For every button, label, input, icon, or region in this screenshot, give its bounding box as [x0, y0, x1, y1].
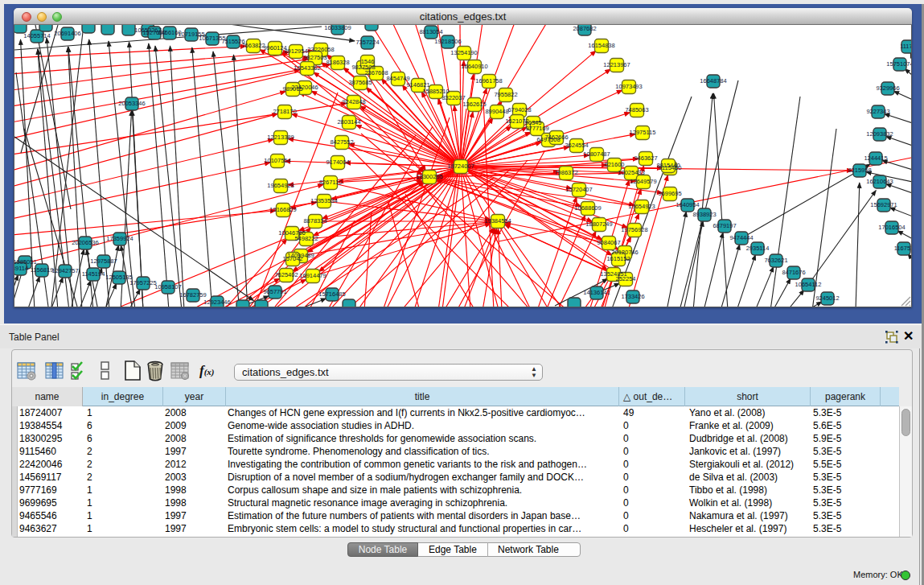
- svg-text:7632621: 7632621: [764, 257, 787, 264]
- svg-text:12093832: 12093832: [866, 130, 893, 138]
- svg-text:8813054: 8813054: [419, 28, 442, 35]
- svg-text:5498222: 5498222: [294, 235, 318, 242]
- svg-text:8427552: 8427552: [330, 138, 353, 146]
- svg-text:9960124: 9960124: [263, 44, 286, 51]
- svg-text:12213389: 12213389: [267, 134, 294, 141]
- svg-text:7462666: 7462666: [544, 134, 568, 141]
- svg-text:7357224: 7357224: [355, 39, 379, 46]
- svg-text:14055714: 14055714: [23, 32, 50, 39]
- svg-text:16648784: 16648784: [700, 77, 726, 84]
- svg-text:11172: 11172: [900, 43, 911, 50]
- svg-text:9474444: 9474444: [729, 234, 753, 241]
- svg-text:15692971: 15692971: [870, 201, 897, 208]
- svg-text:8267110: 8267110: [319, 179, 343, 186]
- svg-text:16914479: 16914479: [299, 272, 326, 279]
- svg-text:12353534: 12353534: [310, 197, 337, 204]
- svg-text:12975887: 12975887: [90, 257, 117, 265]
- svg-text:157042: 157042: [282, 255, 302, 262]
- svg-text:18300295: 18300295: [416, 173, 442, 180]
- svg-text:19654923: 19654923: [628, 203, 655, 210]
- svg-text:13254190: 13254190: [450, 49, 477, 56]
- svg-text:2935114: 2935114: [746, 245, 770, 252]
- svg-text:15751074: 15751074: [886, 60, 911, 68]
- svg-text:16210643: 16210643: [866, 178, 893, 185]
- svg-text:9827503: 9827503: [303, 54, 326, 61]
- svg-text:3875685: 3875685: [348, 79, 372, 86]
- svg-text:8186328: 8186328: [326, 59, 349, 66]
- svg-text:2718170: 2718170: [273, 108, 296, 115]
- svg-text:10958107: 10958107: [154, 283, 181, 290]
- svg-text:7986372: 7986372: [554, 169, 577, 176]
- svg-text:8471676: 8471676: [782, 269, 805, 276]
- svg-text:1362615: 1362615: [462, 101, 486, 108]
- svg-text:16154838: 16154838: [588, 42, 614, 49]
- svg-text:2803144: 2803144: [337, 118, 360, 126]
- svg-text:10654112: 10654112: [795, 281, 822, 288]
- svg-text:12942757: 12942757: [51, 267, 78, 274]
- svg-text:9174004: 9174004: [326, 159, 349, 166]
- svg-text:9245012: 9245012: [815, 295, 839, 302]
- svg-text:9084067: 9084067: [597, 239, 620, 246]
- svg-text:8878334: 8878334: [303, 217, 326, 225]
- svg-text:17016504: 17016504: [878, 224, 905, 231]
- svg-text:3624554: 3624554: [565, 142, 588, 149]
- svg-text:18807249: 18807249: [585, 220, 612, 228]
- svg-text:20206536: 20206536: [72, 239, 98, 246]
- svg-text:8990448: 8990448: [485, 108, 508, 115]
- svg-text:19756928: 19756928: [621, 226, 647, 233]
- svg-text:17957225: 17957225: [129, 279, 156, 286]
- svg-text:12975115: 12975115: [630, 129, 656, 136]
- svg-text:10973493: 10973493: [615, 83, 642, 90]
- svg-text:989015: 989015: [282, 85, 302, 93]
- svg-text:10807487: 10807487: [583, 150, 610, 158]
- svg-text:15720407: 15720407: [565, 186, 592, 193]
- svg-text:23226058: 23226058: [307, 46, 334, 53]
- svg-text:10025433: 10025433: [618, 169, 644, 176]
- svg-text:1733426: 1733426: [621, 293, 644, 300]
- svg-text:1615152: 1615152: [606, 255, 630, 262]
- svg-text:9657791: 9657791: [263, 288, 286, 295]
- svg-text:16640910: 16640910: [461, 63, 487, 70]
- svg-text:1145194: 1145194: [82, 270, 105, 278]
- svg-text:9463627: 9463627: [634, 154, 657, 162]
- svg-text:252254: 252254: [615, 275, 635, 282]
- svg-text:621600: 621600: [604, 161, 624, 168]
- svg-text:1640954: 1640954: [676, 201, 699, 208]
- svg-text:12923446: 12923446: [203, 299, 230, 306]
- svg-text:12213967: 12213967: [603, 61, 630, 68]
- svg-text:8215958: 8215958: [848, 167, 871, 174]
- svg-text:12649579: 12649579: [630, 178, 656, 185]
- svg-text:16033809: 16033809: [324, 25, 351, 31]
- svg-text:19384554: 19384554: [484, 217, 511, 225]
- svg-text:16543362: 16543362: [294, 64, 320, 72]
- svg-text:20053346: 20053346: [118, 100, 145, 107]
- svg-text:9699695: 9699695: [658, 190, 681, 197]
- svg-text:9227343: 9227343: [866, 108, 889, 115]
- svg-text:7625402: 7625402: [274, 271, 298, 278]
- svg-text:7485063: 7485063: [625, 106, 648, 113]
- svg-text:16961758: 16961758: [475, 77, 502, 84]
- svg-text:19166829: 19166829: [269, 206, 296, 213]
- svg-text:17359924: 17359924: [106, 235, 133, 242]
- svg-text:116753: 116753: [894, 245, 911, 252]
- svg-text:9777169: 9777169: [525, 125, 548, 132]
- svg-text:15716485: 15716485: [318, 290, 345, 298]
- svg-text:9329966: 9329966: [876, 84, 899, 92]
- svg-text:10107554: 10107554: [264, 157, 290, 164]
- svg-text:2087682: 2087682: [573, 25, 596, 32]
- svg-text:19218506: 19218506: [434, 38, 461, 45]
- svg-text:1156819: 1156819: [31, 266, 54, 274]
- svg-text:16782759: 16782759: [179, 291, 206, 299]
- svg-text:39114: 39114: [14, 265, 28, 272]
- svg-text:19654928: 19654928: [267, 182, 294, 189]
- svg-text:8938923: 8938923: [692, 211, 716, 218]
- svg-text:7663822: 7663822: [241, 42, 265, 49]
- svg-text:20691406: 20691406: [54, 30, 80, 37]
- svg-text:18724007: 18724007: [447, 163, 474, 170]
- svg-text:6794028: 6794028: [507, 106, 531, 113]
- svg-text:10688609: 10688609: [574, 204, 601, 212]
- svg-text:9242848: 9242848: [342, 98, 365, 105]
- svg-text:1546: 1546: [361, 58, 375, 65]
- svg-text:8322037: 8322037: [441, 94, 465, 101]
- svg-text:1244415: 1244415: [864, 154, 887, 162]
